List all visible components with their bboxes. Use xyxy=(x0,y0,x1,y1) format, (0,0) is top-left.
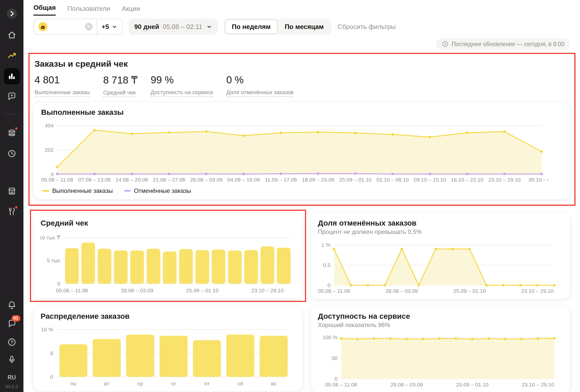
average-check-chart-card: Средний чек 10 тыс ₸5 тыс005.08 – 11.082… xyxy=(34,213,302,298)
legend-label: Отменённые заказы xyxy=(134,187,191,194)
filter-bar: ✕ +5 90 дней 05.08 – 02.11 По неделям xyxy=(34,19,570,35)
group-by-toggle: По неделям По месяцам xyxy=(224,19,332,35)
annotation-rect-orders-section: Заказы и средний чек 4 801 Выполненные з… xyxy=(28,53,575,206)
analytics-icon[interactable] xyxy=(4,68,20,84)
restaurant-menu-icon[interactable] xyxy=(6,206,17,217)
kpi-row: 4 801 Выполненные заказы 8 718 ₸ Средний… xyxy=(35,74,570,96)
svg-text:0: 0 xyxy=(50,374,53,380)
svg-text:05.08 – 11.08: 05.08 – 11.08 xyxy=(56,288,88,293)
svg-text:30.10 – 05.: 30.10 – 05. xyxy=(528,177,548,183)
svg-text:02.10 – 08.10: 02.10 – 08.10 xyxy=(376,177,409,183)
average-check-chart: 10 тыс ₸5 тыс005.08 – 11.0828.08 – 03.09… xyxy=(41,229,295,295)
svg-text:18.09 – 24.09: 18.09 – 24.09 xyxy=(302,177,334,183)
svg-text:16.10 – 22.10: 16.10 – 22.10 xyxy=(451,177,483,183)
svg-text:0: 0 xyxy=(51,171,54,177)
tab-users[interactable]: Пользователи xyxy=(67,5,110,16)
messages-icon[interactable]: 61 xyxy=(6,318,17,329)
svg-text:1 %: 1 % xyxy=(321,242,330,248)
help-icon[interactable]: ? xyxy=(6,337,17,348)
svg-text:?: ? xyxy=(10,340,13,345)
main-content: Общая Пользователи Акции ✕ +5 xyxy=(23,0,580,392)
card-title: Распределение заказов xyxy=(41,312,295,320)
svg-text:0.5: 0.5 xyxy=(323,262,330,268)
card-title: Доля отменённых заказов xyxy=(318,219,563,227)
charts-row-2: Средний чек 10 тыс ₸5 тыс005.08 – 11.082… xyxy=(34,213,570,299)
place-filter[interactable]: ✕ +5 xyxy=(34,19,123,35)
svg-text:25.09 – 01.10: 25.09 – 01.10 xyxy=(456,382,488,387)
svg-text:10 тыс ₸: 10 тыс ₸ xyxy=(41,235,60,240)
by-months-button[interactable]: По месяцам xyxy=(278,19,331,34)
kpi-label[interactable]: Доступность на сервисе xyxy=(151,89,213,97)
card-title: Выполненные заказы xyxy=(41,108,562,117)
svg-text:5 тыс: 5 тыс xyxy=(47,258,60,263)
kpi-label[interactable]: Средний чек xyxy=(103,89,136,97)
home-icon[interactable] xyxy=(6,29,17,41)
chart-legend: Выполненные заказы Отменённые заказы xyxy=(41,187,562,195)
store-icon[interactable] xyxy=(6,186,17,197)
kpi-label[interactable]: Выполненные заказы xyxy=(35,89,90,97)
app-version: 94.0.3 xyxy=(0,384,23,389)
legend-label: Выполненные заказы xyxy=(52,187,113,194)
legend-cancelled-orders[interactable]: Отменённые заказы xyxy=(124,187,191,194)
update-row: Последнее обновление — сегодня, в 8:00 xyxy=(34,38,570,50)
trends-icon[interactable] xyxy=(6,50,17,61)
notifications-bell-icon[interactable] xyxy=(6,299,17,310)
sidebar-divider xyxy=(4,114,19,114)
svg-text:пн: пн xyxy=(71,381,76,386)
by-weeks-button[interactable]: По неделям xyxy=(225,19,278,34)
svg-text:05.08 – 11.08: 05.08 – 11.08 xyxy=(325,382,357,387)
kpi-label[interactable]: Доля отменённых заказов xyxy=(226,89,294,97)
kpi-value: 99 % xyxy=(151,74,213,86)
svg-text:вс: вс xyxy=(271,381,276,386)
date-range-value: 05.08 – 02.11 xyxy=(163,23,202,31)
cancelled-share-chart: 1 %0.5005.08 – 11.0828.08 – 03.0925.09 –… xyxy=(318,237,563,296)
svg-text:23.10 – 29.10: 23.10 – 29.10 xyxy=(488,177,521,183)
last-update-badge: Последнее обновление — сегодня, в 8:00 xyxy=(436,38,570,50)
clear-filter-icon[interactable]: ✕ xyxy=(85,23,93,30)
charts-row-3: Распределение заказов 16 %80пнвтсрчтптсб… xyxy=(34,306,570,392)
kpi-value: 8 718 ₸ xyxy=(103,74,138,86)
svg-text:25.09 – 01.10: 25.09 – 01.10 xyxy=(339,177,372,183)
svg-text:ср: ср xyxy=(137,381,143,386)
legend-completed-orders[interactable]: Выполненные заказы xyxy=(43,187,113,194)
tab-promotions[interactable]: Акции xyxy=(122,5,140,16)
annotation-rect-average-check: Средний чек 10 тыс ₸5 тыс005.08 – 11.082… xyxy=(30,210,306,302)
legend-dash-yellow xyxy=(43,190,49,192)
svg-text:25.09 – 01.10: 25.09 – 01.10 xyxy=(186,288,218,293)
svg-text:05.08 – 11.08: 05.08 – 11.08 xyxy=(318,288,350,294)
support-mic-icon[interactable] xyxy=(6,354,17,365)
svg-text:05.08 – 11.08: 05.08 – 11.08 xyxy=(41,177,73,183)
language-switcher[interactable]: RU xyxy=(0,374,23,381)
svg-text:09.10 – 15.10: 09.10 – 15.10 xyxy=(414,177,446,183)
place-filter-input[interactable]: ✕ xyxy=(34,22,97,31)
more-places-button[interactable]: +5 xyxy=(97,19,122,34)
svg-text:23.10 – 29.10: 23.10 – 29.10 xyxy=(522,382,554,387)
chevron-down-icon xyxy=(206,23,212,30)
kpi-value: 4 801 xyxy=(35,74,90,86)
svg-text:0: 0 xyxy=(334,376,338,382)
orders-burger-icon[interactable] xyxy=(6,127,17,138)
card-subtitle: Процент не должен превышать 0,5% xyxy=(318,228,563,235)
availability-chart: 100 %50005.08 – 11.0828.08 – 03.0925.09 … xyxy=(318,331,563,389)
tabs-bar: Общая Пользователи Акции xyxy=(34,4,570,16)
svg-text:23.10 – 29.10: 23.10 – 29.10 xyxy=(521,288,554,294)
svg-text:28.08 – 03.09: 28.08 – 03.09 xyxy=(386,288,418,294)
reviews-icon[interactable] xyxy=(6,91,17,102)
notification-dot xyxy=(15,127,18,130)
legend-dash-purple xyxy=(124,190,131,192)
tab-general[interactable]: Общая xyxy=(34,4,56,16)
svg-text:пт: пт xyxy=(204,381,209,386)
history-icon[interactable] xyxy=(6,148,17,159)
completed-orders-chart-card: Выполненные заказы 404202005.08 – 11.080… xyxy=(34,102,570,199)
reset-filters-button[interactable]: Сбросить фильтры xyxy=(338,23,395,31)
card-title: Доступность на сервисе xyxy=(318,312,563,320)
kpi-cancelled-share: 0 % Доля отменённых заказов xyxy=(226,74,294,96)
date-range-selector[interactable]: 90 дней 05.08 – 02.11 xyxy=(129,19,218,35)
more-places-count: +5 xyxy=(102,23,109,31)
card-subtitle: Хороший показатель 96% xyxy=(318,322,563,329)
orders-distribution-chart: 16 %80пнвтсрчтптсбвс xyxy=(41,323,295,388)
svg-text:8: 8 xyxy=(50,350,53,356)
kpi-completed-orders: 4 801 Выполненные заказы xyxy=(35,74,90,96)
availability-chart-card: Доступность на сервисе Хороший показател… xyxy=(311,306,570,392)
sidebar-expand-button[interactable] xyxy=(7,9,17,19)
